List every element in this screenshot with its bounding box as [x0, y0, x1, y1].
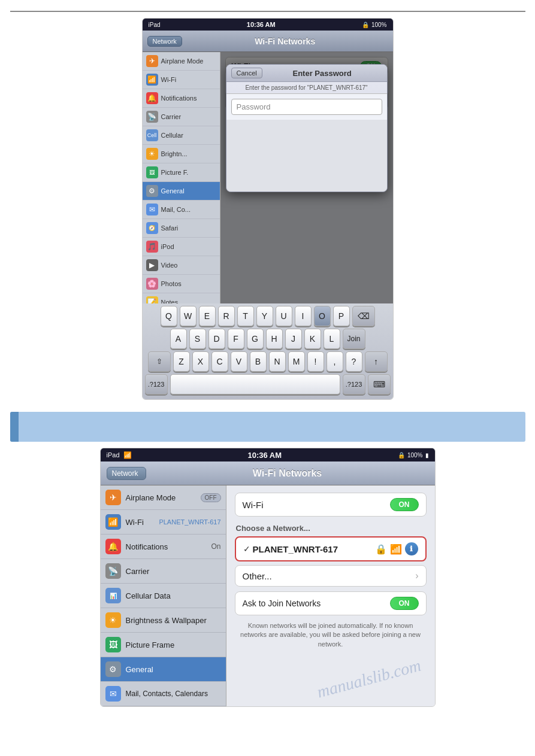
battery-1: 100% — [371, 22, 387, 28]
sidebar-item-cellular-1[interactable]: Cell Cellular — [143, 126, 220, 145]
nav-title-1: Wi-Fi Networks — [182, 37, 388, 46]
sidebar-item-carrier-1[interactable]: 📡 Carrier — [143, 108, 220, 126]
sidebar-item-picture-2[interactable]: 🖼 Picture Frame — [101, 633, 226, 657]
sidebar-item-carrier-2[interactable]: 📡 Carrier — [101, 559, 226, 584]
sidebar-item-airplane-1[interactable]: ✈ Airplane Mode — [143, 52, 220, 71]
sidebar-label-wifi-2: Wi-Fi — [126, 518, 144, 527]
keyboard-1: Q W E R T Y U I O P ⌫ A S D F G H J K L … — [143, 303, 393, 399]
back-button-2[interactable]: Network — [107, 467, 146, 480]
kb-d[interactable]: D — [208, 329, 225, 349]
kb-v[interactable]: V — [231, 351, 247, 372]
sidebar-item-mail-2[interactable]: ✉ Mail, Contacts, Calendars — [101, 682, 226, 706]
sidebar-item-photos-1[interactable]: 🌸 Photos — [143, 275, 220, 293]
kb-p[interactable]: P — [333, 306, 350, 326]
kb-n[interactable]: N — [269, 351, 286, 372]
kb-backspace[interactable]: ⌫ — [352, 306, 375, 326]
ipod-icon-1: 🎵 — [146, 241, 158, 253]
kb-q[interactable]: Q — [161, 306, 177, 326]
carrier-icon-2: 📡 — [105, 563, 121, 579]
kb-num-left[interactable]: .?123 — [145, 374, 168, 394]
kb-e[interactable]: E — [199, 306, 216, 326]
sidebar-item-general-2[interactable]: ⚙ General — [101, 657, 226, 682]
general-icon-2: ⚙ — [105, 661, 121, 677]
kb-b[interactable]: B — [250, 351, 267, 372]
kb-s[interactable]: S — [189, 329, 206, 349]
photos-icon-1: 🌸 — [146, 278, 158, 290]
battery-2: 100% — [407, 452, 423, 459]
mail-icon-2: ✉ — [105, 686, 121, 702]
video-icon-1: ▶ — [146, 259, 158, 271]
sidebar-label-carrier-2: Carrier — [126, 567, 150, 576]
kb-shift-left[interactable]: ⇧ — [148, 351, 171, 372]
sidebar-label-ipod-1: iPod — [161, 243, 174, 250]
kb-a[interactable]: A — [170, 329, 187, 349]
kb-k[interactable]: K — [304, 329, 321, 349]
kb-m[interactable]: M — [288, 351, 305, 372]
kb-shift-right[interactable]: ↑ — [365, 351, 388, 372]
kb-u[interactable]: U — [276, 306, 292, 326]
back-button-1[interactable]: Network — [147, 36, 182, 47]
kb-g[interactable]: G — [247, 329, 264, 349]
kb-x[interactable]: X — [192, 351, 209, 372]
sidebar-item-picture-1[interactable]: 🖼 Picture F. — [143, 163, 220, 182]
kb-o[interactable]: O — [314, 306, 331, 326]
airplane-toggle-2[interactable]: OFF — [201, 493, 221, 502]
sidebar-item-brightness-1[interactable]: ☀ Brightn... — [143, 145, 220, 163]
kb-r[interactable]: R — [218, 306, 235, 326]
ask-join-label-2: Ask to Join Networks — [243, 599, 390, 608]
kb-y[interactable]: Y — [256, 306, 273, 326]
kb-join[interactable]: Join — [343, 329, 365, 349]
other-row-2[interactable]: Other... › — [235, 565, 427, 587]
notes-icon-1: 📝 — [146, 296, 158, 303]
kb-question[interactable]: ? — [346, 351, 362, 372]
kb-w[interactable]: W — [180, 306, 197, 326]
modal-input-container: Password — [226, 94, 387, 120]
kb-t[interactable]: T — [237, 306, 254, 326]
sidebar-item-notifications-2[interactable]: 🔔 Notifications On — [101, 535, 226, 559]
net-detail-btn-2[interactable]: ℹ — [405, 542, 418, 555]
sidebar-item-ipod-1[interactable]: 🎵 iPod — [143, 238, 220, 256]
battery-bar-2: ▮ — [425, 452, 429, 459]
sidebar-item-general-1[interactable]: ⚙ General — [143, 182, 220, 201]
network-row-2[interactable]: ✓ PLANET_WNRT-617 🔒 📶 ℹ — [235, 536, 427, 561]
ask-join-toggle-2[interactable]: ON — [390, 597, 419, 610]
sidebar-item-video-1[interactable]: ▶ Video — [143, 256, 220, 275]
choose-network-2: Choose a Network... — [235, 523, 427, 536]
wifi-toggle-2[interactable]: ON — [390, 498, 419, 511]
right-status-2: 🔒 100% ▮ — [398, 452, 429, 459]
kb-comma[interactable]: , — [327, 351, 343, 372]
sidebar-item-wifi-2[interactable]: 📶 Wi-Fi PLANET_WNRT-617 — [101, 510, 226, 535]
kb-exclaim[interactable]: ! — [307, 351, 324, 372]
sidebar-item-mail-1[interactable]: ✉ Mail, Co... — [143, 201, 220, 219]
wifi-icon-2: 📶 — [105, 514, 121, 530]
sidebar-label-mail-2: Mail, Contacts, Calendars — [126, 690, 208, 698]
time-2: 10:36 AM — [247, 451, 282, 460]
kb-num-right[interactable]: .?123 — [343, 374, 365, 394]
kb-f[interactable]: F — [228, 329, 244, 349]
modal-cancel-button[interactable]: Cancel — [231, 68, 262, 78]
kb-l[interactable]: L — [324, 329, 340, 349]
kb-space[interactable] — [170, 374, 340, 394]
kb-i[interactable]: I — [295, 306, 312, 326]
sidebar-label-safari-1: Safari — [161, 224, 179, 232]
sidebar-label-cellular-2: Cellular Data — [126, 591, 171, 600]
wifi-value-2: PLANET_WNRT-617 — [159, 518, 220, 526]
kb-c[interactable]: C — [211, 351, 228, 372]
kb-j[interactable]: J — [285, 329, 302, 349]
sidebar-item-notifications-1[interactable]: 🔔 Notifications — [143, 89, 220, 108]
kb-z[interactable]: Z — [173, 351, 190, 372]
airplane-icon-1: ✈ — [146, 55, 158, 67]
password-input[interactable]: Password — [231, 99, 382, 115]
sidebar-label-airplane-2: Airplane Mode — [126, 493, 176, 502]
sidebar-item-notes-1[interactable]: 📝 Notes — [143, 293, 220, 303]
screenshot-1: iPad 10:36 AM 🔒 100% Network Wi-Fi Netwo… — [142, 18, 394, 400]
kb-h[interactable]: H — [266, 329, 283, 349]
battery-icon-1: 🔒 — [362, 22, 369, 28]
sidebar-item-wifi-1[interactable]: 📶 Wi-Fi — [143, 71, 220, 89]
sidebar-item-brightness-2[interactable]: ☀ Brightness & Wallpaper — [101, 608, 226, 633]
sidebar-item-cellular-2[interactable]: 📊 Cellular Data — [101, 584, 226, 608]
password-modal: Cancel Enter Password Enter the password… — [226, 64, 388, 192]
sidebar-item-airplane-2[interactable]: ✈ Airplane Mode OFF — [101, 485, 226, 510]
kb-keyboard-icon[interactable]: ⌨ — [368, 374, 391, 394]
sidebar-item-safari-1[interactable]: 🧭 Safari — [143, 219, 220, 238]
